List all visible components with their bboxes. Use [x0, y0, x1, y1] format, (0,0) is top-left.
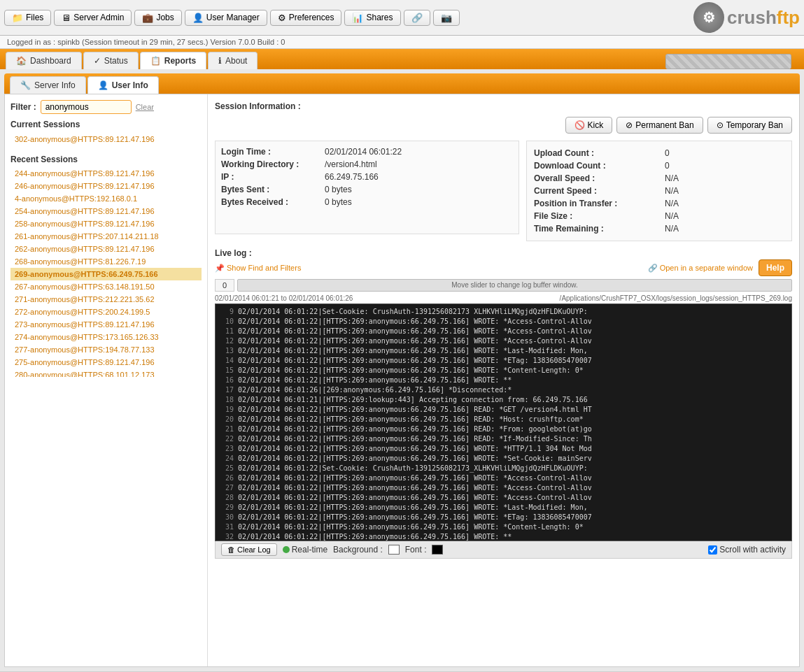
log-line: 1402/01/2014 06:01:22|[HTTPS:269:anonymo… [218, 356, 789, 366]
filter-input[interactable] [41, 100, 132, 114]
user-manager-icon: 👤 [192, 13, 204, 23]
camera-icon: 📷 [441, 13, 452, 23]
tab-reports[interactable]: 📋 Reports [140, 52, 206, 69]
log-line: 1302/01/2014 06:01:22|[HTTPS:269:anonymo… [218, 346, 789, 356]
nav-extra1[interactable]: 🔗 [404, 10, 430, 26]
list-item[interactable]: 274-anonymous@HTTPS:173.165.126.33 [10, 331, 202, 343]
nav-files[interactable]: 📁 Files [4, 10, 51, 26]
log-line: 2002/01/2014 06:01:22|[HTTPS:269:anonymo… [218, 415, 789, 424]
overall-speed-label: Overall Speed : [534, 173, 654, 183]
session-info-title: Session Information : [215, 101, 792, 111]
file-size-value: N/A [665, 211, 784, 221]
background-label: Background : [333, 545, 383, 555]
list-item-highlighted[interactable]: 269-anonymous@HTTPS:66.249.75.166 [10, 268, 202, 280]
reports-icon: 📋 [150, 56, 161, 66]
log-line: 2802/01/2014 06:01:22|[HTTPS:269:anonymo… [218, 493, 789, 503]
help-button[interactable]: Help [759, 259, 792, 276]
ban-icon: ⊘ [626, 120, 633, 130]
show-find-link[interactable]: 📌 Show Find and Filters [215, 264, 301, 273]
filter-row: Filter : Clear [10, 100, 202, 114]
list-item[interactable]: 272-anonymous@HTTPS:200.24.199.5 [10, 306, 202, 318]
bytes-received-value: 0 bytes [325, 197, 513, 207]
filter-label: Filter : [10, 102, 36, 112]
temporary-ban-button[interactable]: ⊙ Temporary Ban [707, 117, 792, 134]
background-color-picker[interactable] [388, 545, 400, 555]
log-line: 1802/01/2014 06:01:21|[HTTPS:269:lookup:… [218, 395, 789, 405]
upload-count-label: Upload Count : [534, 148, 654, 158]
sub-tab-server-info[interactable]: 🔧 Server Info [10, 76, 86, 94]
clear-log-button[interactable]: 🗑 Clear Log [221, 543, 277, 556]
log-path: /Applications/CrushFTP7_OSX/logs/session… [560, 294, 792, 302]
session-info-left: Login Time : 02/01/2014 06:01:22 Working… [215, 141, 519, 234]
status-icon: ✓ [94, 56, 101, 66]
scroll-label: Scroll with activity [719, 545, 786, 555]
working-dir-value: /version4.html [325, 159, 513, 169]
realtime-indicator [283, 546, 290, 553]
list-item[interactable]: 246-anonymous@HTTPS:89.121.47.196 [10, 180, 202, 192]
list-item[interactable]: 268-anonymous@HTTPS:81.226.7.19 [10, 255, 202, 268]
list-item[interactable]: 267-anonymous@HTTPS:63.148.191.50 [10, 280, 202, 293]
list-item[interactable]: 275-anonymous@HTTPS:89.121.47.196 [10, 356, 202, 369]
list-item[interactable]: 258-anonymous@HTTPS:89.121.47.196 [10, 217, 202, 230]
tab-status[interactable]: ✓ Status [83, 52, 139, 69]
list-item[interactable]: 277-anonymous@HTTPS:194.78.77.133 [10, 343, 202, 356]
server-icon: 🖥 [62, 13, 71, 23]
log-line: 902/01/2014 06:01:22|Set-Cookie: CrushAu… [218, 307, 789, 317]
nav-jobs[interactable]: 💼 Jobs [134, 10, 181, 26]
nav-server-admin[interactable]: 🖥 Server Admin [54, 10, 132, 26]
log-controls-row: 📌 Show Find and Filters 🔗 Open in a sepa… [215, 259, 792, 276]
current-speed-value: N/A [665, 186, 784, 196]
tab-dashboard[interactable]: 🏠 Dashboard [6, 52, 82, 69]
font-color-picker[interactable] [432, 545, 443, 555]
logo: ⚙ crushftp [693, 2, 800, 33]
log-line: 1102/01/2014 06:01:22|[HTTPS:269:anonymo… [218, 327, 789, 336]
slider-text: Move slider to change log buffer window. [238, 280, 791, 290]
nav-user-manager[interactable]: 👤 User Manager [185, 10, 267, 26]
temp-ban-icon: ⊙ [717, 120, 724, 130]
nav-preferences[interactable]: ⚙ Preferences [270, 10, 342, 26]
status-bar: Logged in as : spinkb (Session timeout i… [0, 36, 804, 49]
list-item[interactable]: 254-anonymous@HTTPS:89.121.47.196 [10, 205, 202, 217]
list-item[interactable]: 262-anonymous@HTTPS:89.121.47.196 [10, 243, 202, 255]
log-area[interactable]: 902/01/2014 06:01:22|Set-Cookie: CrushAu… [215, 303, 792, 541]
nav-shares[interactable]: 📊 Shares [344, 10, 400, 26]
list-item[interactable]: 271-anonymous@HTTPS:212.221.35.62 [10, 293, 202, 306]
open-window-link[interactable]: 🔗 Open in a separate window [648, 264, 753, 273]
nav-extra2[interactable]: 📷 [433, 10, 460, 26]
log-line: 2102/01/2014 06:01:22|[HTTPS:269:anonymo… [218, 424, 789, 434]
list-item[interactable]: 273-anonymous@HTTPS:89.121.47.196 [10, 318, 202, 331]
download-count-label: Download Count : [534, 161, 654, 171]
sub-tab-user-info[interactable]: 👤 User Info [87, 76, 159, 94]
time-remaining-label: Time Remaining : [534, 224, 654, 234]
list-item[interactable]: 280-anonymous@HTTPS:68.101.12.173 [10, 369, 202, 377]
content-area: 🔧 Server Info 👤 User Info Filter : Clear… [0, 69, 804, 671]
log-line: 1602/01/2014 06:01:22|[HTTPS:269:anonymo… [218, 376, 789, 385]
scroll-checkbox[interactable] [708, 545, 717, 555]
kick-button[interactable]: 🚫 Kick [565, 117, 613, 134]
preferences-icon: ⚙ [278, 13, 286, 23]
log-line: 3102/01/2014 06:01:22|[HTTPS:269:anonymo… [218, 522, 789, 532]
current-speed-label: Current Speed : [534, 186, 654, 196]
log-line: 2202/01/2014 06:01:22|[HTTPS:269:anonymo… [218, 434, 789, 444]
log-slider[interactable]: Move slider to change log buffer window. [237, 279, 792, 292]
logo-text: crushftp [727, 7, 800, 29]
clear-button[interactable]: Clear [136, 103, 154, 111]
files-icon: 📁 [12, 13, 23, 23]
tab-about[interactable]: ℹ About [208, 52, 258, 69]
tab-progress [665, 54, 791, 69]
log-line: 2602/01/2014 06:01:22|[HTTPS:269:anonymo… [218, 473, 789, 483]
main-tabs: 🏠 Dashboard ✓ Status 📋 Reports ℹ About [0, 49, 804, 69]
position-value: N/A [665, 199, 784, 208]
session-fields: Login Time : 02/01/2014 06:01:22 Working… [221, 147, 513, 207]
session-item[interactable]: 302-anonymous@HTTPS:89.121.47.196 [10, 132, 202, 146]
list-item[interactable]: 4-anonymous@HTTPS:192.168.0.1 [10, 192, 202, 205]
slider-value: 0 [215, 279, 234, 292]
user-info-icon: 👤 [98, 80, 108, 90]
pin-icon: 📌 [215, 264, 225, 273]
list-item[interactable]: 261-anonymous@HTTPS:207.114.211.18 [10, 230, 202, 243]
list-item[interactable]: 244-anonymous@HTTPS:89.121.47.196 [10, 167, 202, 180]
log-line: 2302/01/2014 06:01:22|[HTTPS:269:anonymo… [218, 444, 789, 454]
permanent-ban-button[interactable]: ⊘ Permanent Ban [616, 117, 703, 134]
top-nav: 📁 Files 🖥 Server Admin 💼 Jobs 👤 User Man… [0, 0, 804, 36]
session-stats-right: Upload Count : 0 Download Count : 0 Over… [526, 141, 792, 241]
